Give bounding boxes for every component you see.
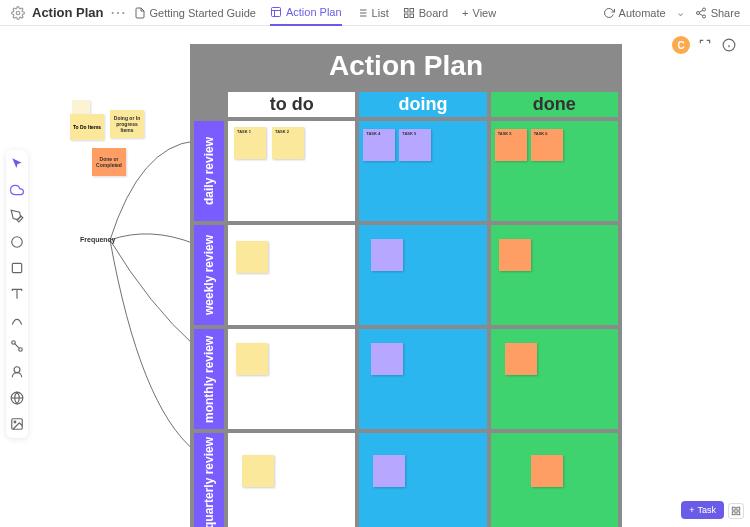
svg-point-0 (16, 11, 20, 15)
svg-rect-10 (410, 14, 414, 18)
row-label-quarterly: quarterly review (194, 433, 224, 527)
automate-button[interactable]: Automate (603, 7, 666, 19)
cell-monthly-doing[interactable] (359, 329, 486, 429)
sticky[interactable] (371, 343, 403, 375)
col-header-doing: doing (359, 92, 486, 117)
sticky-task1[interactable]: TASK 1 (234, 127, 266, 159)
settings-icon[interactable] (10, 5, 26, 21)
legend-todo-note[interactable]: To Do Items (70, 114, 104, 140)
cell-daily-done[interactable]: TASK 5 TASK 6 (491, 121, 618, 221)
tab-action-plan[interactable]: Action Plan (270, 0, 342, 26)
tabs: Getting Started Guide Action Plan List B… (134, 0, 497, 26)
svg-rect-11 (404, 14, 408, 18)
cell-monthly-todo[interactable] (228, 329, 355, 429)
svg-point-14 (702, 15, 705, 18)
sticky-task5b[interactable]: TASK 5 (495, 129, 527, 161)
plus-icon: + (689, 505, 694, 515)
plus-icon: + (462, 7, 468, 19)
frequency-label[interactable]: Frequency (80, 236, 115, 243)
sticky[interactable] (505, 343, 537, 375)
svg-rect-9 (410, 8, 414, 12)
legend-tiny-note[interactable] (72, 100, 90, 114)
col-header-done: done (491, 92, 618, 117)
canvas[interactable]: To Do Items Doing or In progress Items D… (0, 26, 750, 527)
svg-rect-8 (404, 8, 408, 12)
page-title: Action Plan (32, 5, 104, 20)
sticky[interactable] (371, 239, 403, 271)
row-daily: daily review TASK 1 TASK 2 TASK 4 TASK 5… (194, 121, 618, 221)
svg-rect-1 (271, 7, 280, 16)
svg-rect-31 (732, 507, 735, 510)
tab-board[interactable]: Board (403, 0, 448, 26)
share-button[interactable]: Share (695, 7, 740, 19)
cell-weekly-doing[interactable] (359, 225, 486, 325)
sticky[interactable] (236, 241, 268, 273)
cell-monthly-done[interactable] (491, 329, 618, 429)
row-label-monthly: monthly review (194, 329, 224, 429)
cell-quarterly-todo[interactable] (228, 433, 355, 527)
cell-daily-todo[interactable]: TASK 1 TASK 2 (228, 121, 355, 221)
svg-rect-33 (737, 512, 740, 515)
svg-point-12 (702, 8, 705, 11)
sticky[interactable] (373, 455, 405, 487)
tab-list[interactable]: List (356, 0, 389, 26)
topbar: Action Plan ⋯ Getting Started Guide Acti… (0, 0, 750, 26)
row-label-daily: daily review (194, 121, 224, 221)
sticky[interactable] (531, 455, 563, 487)
more-icon[interactable]: ⋯ (110, 3, 124, 22)
tab-getting-started[interactable]: Getting Started Guide (134, 0, 256, 26)
cell-weekly-todo[interactable] (228, 225, 355, 325)
cell-weekly-done[interactable] (491, 225, 618, 325)
cell-quarterly-doing[interactable] (359, 433, 486, 527)
cell-quarterly-done[interactable] (491, 433, 618, 527)
expand-button[interactable] (728, 503, 744, 519)
action-plan-board: Action Plan to do doing done daily revie… (190, 44, 622, 527)
board-title: Action Plan (190, 44, 622, 88)
sticky-task4[interactable]: TASK 4 (363, 129, 395, 161)
tab-add-view[interactable]: +View (462, 0, 496, 26)
row-weekly: weekly review (194, 225, 618, 325)
sticky-task2[interactable]: TASK 2 (272, 127, 304, 159)
column-headers: to do doing done (228, 92, 618, 117)
sticky-task6[interactable]: TASK 6 (531, 129, 563, 161)
row-monthly: monthly review (194, 329, 618, 429)
svg-point-13 (696, 11, 699, 14)
svg-line-16 (699, 10, 702, 12)
sticky[interactable] (499, 239, 531, 271)
col-header-todo: to do (228, 92, 355, 117)
svg-rect-32 (737, 507, 740, 510)
task-button[interactable]: +Task (681, 501, 724, 519)
row-label-weekly: weekly review (194, 225, 224, 325)
legend-doing-note[interactable]: Doing or In progress Items (110, 110, 144, 138)
svg-line-15 (699, 13, 702, 15)
sticky[interactable] (242, 455, 274, 487)
sticky[interactable] (236, 343, 268, 375)
legend-done-note[interactable]: Done or Completed (92, 148, 126, 176)
chevron-down-icon[interactable]: ⌄ (676, 6, 685, 19)
sticky-task5[interactable]: TASK 5 (399, 129, 431, 161)
row-quarterly: quarterly review (194, 433, 618, 527)
cell-daily-doing[interactable]: TASK 4 TASK 5 (359, 121, 486, 221)
svg-rect-34 (732, 512, 735, 515)
